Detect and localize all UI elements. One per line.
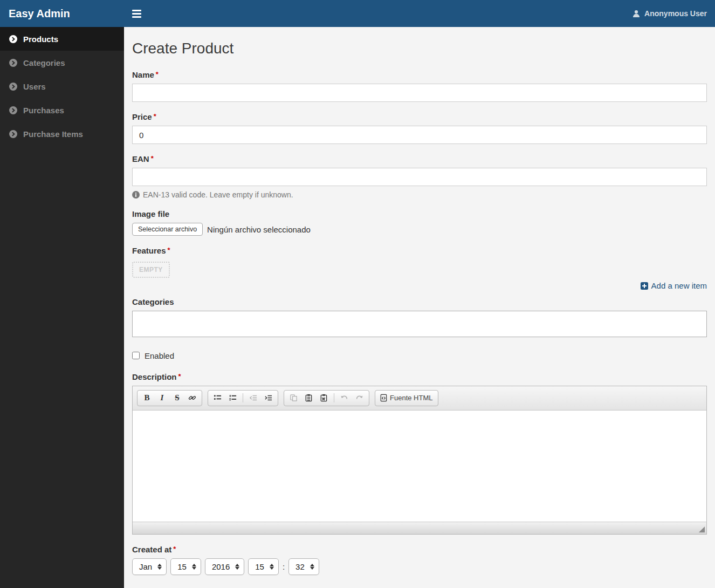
features-field-group: Features* EMPTY Add a new item [132, 246, 707, 292]
chevron-circle-right-icon [9, 83, 17, 91]
sidebar-item-label: Purchase Items [23, 129, 83, 139]
add-new-item-label: Add a new item [651, 281, 707, 290]
user-name: Anonymous User [644, 9, 707, 18]
sidebar-item-purchases[interactable]: Purchases [0, 98, 124, 122]
select-arrows-icon [235, 564, 239, 570]
sidebar-item-label: Purchases [23, 106, 64, 115]
month-value: Jan [139, 562, 152, 571]
html-source-icon[interactable] [377, 392, 389, 405]
select-arrows-icon [310, 564, 314, 570]
year-select[interactable]: 2016 [205, 558, 244, 575]
toolbar-list-group [208, 390, 278, 406]
toolbar-separator [334, 393, 334, 402]
app-logo: Easy Admin [0, 0, 124, 27]
name-input[interactable] [132, 84, 707, 102]
description-editing-area[interactable] [133, 411, 706, 522]
italic-icon[interactable]: I [155, 392, 169, 405]
required-asterisk: * [178, 372, 181, 380]
ean-help: EAN-13 valid code. Leave empty if unknow… [132, 190, 707, 199]
file-status-text: Ningún archivo seleccionado [207, 225, 311, 234]
minute-select[interactable]: 32 [288, 558, 319, 575]
ean-help-text: EAN-13 valid code. Leave empty if unknow… [143, 190, 293, 199]
page-title: Create Product [132, 40, 707, 57]
user-menu[interactable]: Anonymous User [632, 9, 707, 18]
editor-toolbar: B I S [133, 386, 706, 411]
sidebar-item-users[interactable]: Users [0, 74, 124, 98]
editor-resize-handle[interactable] [699, 527, 705, 532]
bold-icon[interactable]: B [140, 392, 154, 405]
editor-bottom-bar [133, 522, 706, 534]
ean-label: EAN* [132, 154, 707, 163]
numbered-list-icon[interactable] [225, 392, 240, 405]
indent-icon[interactable] [261, 392, 276, 405]
rich-text-editor: B I S [132, 386, 707, 535]
year-value: 2016 [212, 562, 230, 571]
created-at-field-group: Created at* Jan 15 2016 15 : 32 [132, 545, 707, 575]
paste-icon[interactable] [301, 392, 316, 405]
select-arrows-icon [157, 564, 162, 570]
description-label: Description* [132, 372, 707, 381]
toolbar-basicstyles-group: B I S [137, 390, 202, 406]
copy-icon[interactable] [286, 392, 301, 405]
price-input[interactable] [132, 126, 707, 144]
enabled-checkbox[interactable] [132, 352, 140, 359]
categories-field-group: Categories [132, 297, 707, 337]
hour-select[interactable]: 15 [248, 558, 279, 575]
ean-input[interactable] [132, 168, 707, 186]
toolbar-separator [243, 393, 243, 402]
hamburger-menu-icon[interactable] [132, 10, 141, 18]
features-label: Features* [132, 246, 707, 255]
chevron-circle-right-icon [9, 59, 17, 67]
outdent-icon[interactable] [246, 392, 260, 405]
add-new-item-link[interactable]: Add a new item [641, 281, 707, 290]
created-at-label: Created at* [132, 545, 707, 554]
undo-icon[interactable] [337, 392, 352, 405]
info-icon [132, 191, 140, 199]
user-icon [632, 10, 640, 17]
time-separator: : [283, 562, 285, 571]
day-select[interactable]: 15 [170, 558, 201, 575]
image-label: Image file [132, 209, 707, 218]
chevron-circle-right-icon [9, 35, 17, 43]
name-label: Name* [132, 70, 707, 79]
ean-field-group: EAN* EAN-13 valid code. Leave empty if u… [132, 154, 707, 199]
redo-icon[interactable] [352, 392, 367, 405]
select-arrows-icon [192, 564, 196, 570]
sidebar-item-categories[interactable]: Categories [0, 51, 124, 74]
sidebar-menu: Products Categories Users Purchases Purc… [0, 27, 124, 146]
month-select[interactable]: Jan [132, 558, 167, 575]
enabled-field-group: Enabled [132, 351, 707, 360]
image-field-group: Image file Seleccionar archivo Ningún ar… [132, 209, 707, 236]
price-label: Price* [132, 112, 707, 121]
features-empty-badge: EMPTY [132, 262, 170, 278]
paste-from-word-icon[interactable] [317, 392, 331, 405]
strikethrough-icon[interactable]: S [170, 392, 184, 405]
plus-square-icon [641, 282, 648, 290]
name-field-group: Name* [132, 70, 707, 102]
categories-multiselect[interactable] [132, 311, 707, 337]
select-arrows-icon [270, 564, 274, 570]
sidebar-item-label: Categories [23, 58, 65, 67]
toolbar-clipboard-group [284, 390, 369, 406]
sidebar: Easy Admin Products Categories Users Pur… [0, 0, 124, 588]
required-asterisk: * [168, 246, 170, 254]
main-content: Create Product Name* Price* EAN* EAN-13 … [124, 27, 715, 588]
link-icon[interactable] [185, 392, 200, 405]
sidebar-item-label: Products [23, 35, 58, 44]
required-asterisk: * [156, 70, 159, 78]
description-field-group: Description* B I S [132, 372, 707, 535]
hour-value: 15 [255, 562, 264, 571]
required-asterisk: * [154, 112, 156, 120]
sidebar-item-products[interactable]: Products [0, 27, 124, 51]
source-button-label[interactable]: Fuente HTML [390, 394, 436, 402]
sidebar-item-purchase-items[interactable]: Purchase Items [0, 122, 124, 146]
file-select-button[interactable]: Seleccionar archivo [132, 223, 203, 236]
enabled-label: Enabled [145, 351, 174, 360]
required-asterisk: * [151, 154, 154, 162]
top-bar: Anonymous User [124, 0, 715, 27]
bulleted-list-icon[interactable] [210, 392, 225, 405]
chevron-circle-right-icon [9, 130, 17, 138]
minute-value: 32 [295, 562, 305, 571]
chevron-circle-right-icon [9, 106, 17, 114]
sidebar-item-label: Users [23, 82, 46, 91]
